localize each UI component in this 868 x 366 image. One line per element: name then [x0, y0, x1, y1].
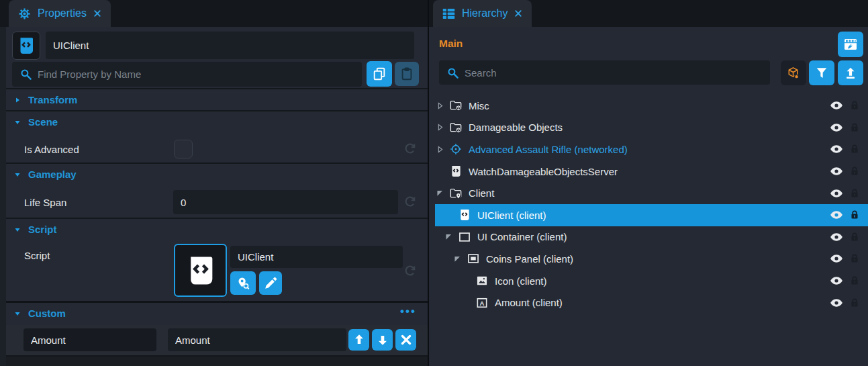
lock-icon[interactable] [849, 253, 860, 265]
script-asset-name-wrap [230, 246, 403, 268]
networked-template-icon [449, 142, 463, 156]
tree-row-coins-panel-client[interactable]: Coins Panel (client) [435, 248, 868, 270]
scene-settings-button[interactable] [838, 32, 863, 57]
lock-icon[interactable] [849, 231, 860, 243]
lock-icon[interactable] [849, 143, 860, 155]
tree-expand-icon[interactable] [435, 101, 445, 111]
section-custom[interactable]: Custom [6, 304, 428, 323]
visibility-eye-icon[interactable] [830, 252, 843, 265]
grouping-mode-button[interactable] [781, 60, 806, 85]
export-button[interactable] [838, 60, 863, 85]
lock-icon[interactable] [849, 297, 860, 309]
tree-row-client[interactable]: Client [435, 182, 868, 204]
visibility-eye-icon[interactable] [830, 296, 843, 310]
tree-row-ui-container-client[interactable]: UI Container (client) [435, 226, 868, 248]
edit-script-button[interactable] [259, 271, 282, 295]
is-advanced-checkbox[interactable] [174, 140, 193, 158]
visibility-eye-icon[interactable] [830, 230, 843, 244]
ui-text-icon: A [475, 296, 489, 310]
close-icon[interactable] [93, 9, 102, 18]
move-param-up-button[interactable] [348, 329, 369, 351]
script-icon [16, 36, 36, 56]
lock-icon[interactable] [849, 275, 860, 287]
section-scene[interactable]: Scene [6, 112, 428, 132]
custom-param-value-input[interactable] [175, 334, 339, 346]
script-asset-name-input[interactable] [238, 251, 395, 263]
custom-param-name-wrap [23, 328, 156, 351]
divider [6, 301, 428, 303]
script-asset-thumbnail[interactable] [174, 244, 227, 297]
scene-name-label: Main [439, 38, 463, 50]
property-search-input[interactable] [38, 68, 354, 80]
move-param-down-button[interactable] [372, 329, 393, 351]
tree-row-damageable-objects[interactable]: Damageable Objects [435, 117, 868, 139]
lock-icon[interactable] [849, 99, 860, 111]
folder-group-icon [449, 99, 463, 112]
visibility-eye-icon[interactable] [830, 142, 843, 156]
section-script[interactable]: Script [6, 220, 428, 239]
tree-row-uiclient-client[interactable]: UIClient (client) [435, 204, 868, 226]
lock-icon[interactable] [849, 122, 860, 134]
close-icon[interactable] [514, 9, 523, 18]
tab-hierarchy[interactable]: Hierarchy [433, 0, 532, 27]
custom-param-name-input[interactable] [31, 334, 149, 346]
properties-panel: Properties Transform [0, 0, 428, 366]
chevron-down-icon [13, 310, 21, 318]
arrow-up-icon [352, 332, 367, 347]
tab-properties[interactable]: Properties [9, 0, 111, 27]
clipboard-icon [399, 66, 414, 81]
tree-row-amount-client[interactable]: AAmount (client) [435, 291, 868, 314]
reset-icon[interactable] [403, 264, 417, 278]
life-span-label: Life Span [24, 197, 66, 208]
filter-button[interactable] [809, 60, 834, 85]
search-icon [446, 66, 459, 79]
tree-expand-icon[interactable] [444, 232, 454, 242]
life-span-field-wrap [173, 190, 398, 214]
tree-row-advanced-assault-rifle-networked[interactable]: Advanced Assault Rifle (networked) [435, 138, 868, 161]
visibility-eye-icon[interactable] [830, 187, 843, 200]
tree-row-icon-client[interactable]: Icon (client) [435, 270, 868, 292]
visibility-eye-icon[interactable] [830, 208, 843, 222]
object-name-input[interactable] [53, 40, 407, 51]
find-script-in-project-button[interactable] [230, 271, 256, 295]
property-search-wrap [12, 62, 362, 87]
tree-expand-icon[interactable] [452, 254, 463, 264]
visibility-eye-icon[interactable] [830, 165, 843, 178]
custom-param-value-wrap [168, 328, 346, 351]
tree-expand-icon[interactable] [435, 122, 445, 132]
hierarchy-tabbar: Hierarchy [429, 0, 868, 27]
tree-row-label: WatchDamageableObjectsServer [469, 166, 618, 177]
hierarchy-search-input[interactable] [465, 67, 763, 79]
visibility-eye-icon[interactable] [830, 121, 843, 134]
tree-row-misc[interactable]: Misc [435, 95, 868, 117]
delete-param-button[interactable] [395, 329, 416, 351]
funnel-icon [814, 66, 829, 81]
lock-icon[interactable] [849, 187, 860, 199]
section-transform[interactable]: Transform [6, 90, 428, 109]
reset-icon[interactable] [403, 142, 417, 156]
section-script-label: Script [28, 224, 57, 235]
custom-menu-button[interactable]: ••• [400, 305, 416, 318]
tree-row-label: Icon (client) [495, 275, 547, 287]
paste-properties-button[interactable] [395, 62, 419, 86]
section-gameplay[interactable]: Gameplay [6, 165, 428, 184]
reset-icon[interactable] [403, 195, 417, 209]
lock-icon[interactable] [849, 165, 860, 177]
divider [6, 88, 428, 89]
tree-row-watchdamageableobjectsserver[interactable]: WatchDamageableObjectsServer [435, 161, 868, 183]
section-transform-label: Transform [28, 94, 77, 105]
section-gameplay-label: Gameplay [28, 169, 77, 180]
lock-icon[interactable] [849, 209, 860, 221]
folder-client-icon [449, 187, 463, 200]
script-icon [458, 208, 471, 222]
copy-properties-button[interactable] [367, 61, 392, 87]
tree-expand-icon[interactable] [435, 144, 445, 154]
tree-expand-spacer [444, 210, 454, 220]
visibility-eye-icon[interactable] [830, 99, 843, 112]
tree-expand-icon[interactable] [435, 188, 445, 198]
pin-search-icon [236, 276, 250, 291]
visibility-eye-icon[interactable] [830, 274, 843, 287]
life-span-input[interactable] [181, 197, 391, 208]
chevron-right-icon [13, 96, 21, 104]
tab-hierarchy-label: Hierarchy [462, 7, 508, 19]
